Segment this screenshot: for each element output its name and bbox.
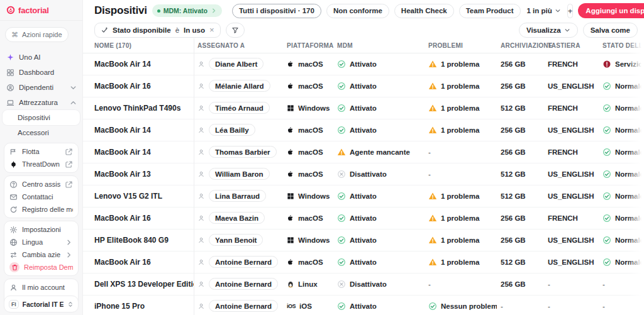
mdm-status-badge[interactable]: MDM: Attivato — [152, 4, 222, 17]
platform-label: Linux — [298, 280, 318, 288]
sidebar-item-centro-assistenza[interactable]: Centro assistenza — [4, 178, 78, 191]
devices-table: NOME (170)ASSEGNATO APIATTAFORMAMDMPROBL… — [83, 38, 644, 315]
check-circle-icon — [337, 258, 346, 267]
more-tabs-label: 1 in più — [527, 7, 552, 14]
tab-health-check[interactable]: Health Check — [394, 4, 454, 18]
funnel-icon — [231, 26, 239, 34]
column-header[interactable]: TASTIERA — [544, 38, 599, 53]
filter-field: Stato disponibile — [113, 26, 171, 34]
column-header[interactable]: PIATTAFORMA — [283, 38, 333, 53]
table-row[interactable]: MacBook Air 14 Léa Bailly macOS Attivato… — [83, 119, 644, 141]
filter-button[interactable] — [226, 23, 245, 38]
sidebar-item-uno-ai[interactable]: Uno AI — [0, 50, 82, 65]
column-header[interactable]: STATO DELLA BATTERIA — [599, 38, 644, 53]
assignee-pill[interactable]: Thomas Barbier — [209, 146, 277, 158]
sidebar-item-impostazioni[interactable]: Impostazioni — [4, 223, 78, 236]
sidebar-item-lingua[interactable]: Lingua — [4, 236, 78, 248]
person-icon — [197, 192, 205, 200]
add-tab-button[interactable]: + — [567, 4, 574, 18]
sidebar-item-dashboard[interactable]: Dashboard — [0, 65, 82, 80]
add-device-button[interactable]: Aggiungi un dispositivo — [578, 3, 644, 18]
sidebar-item-reimposta-demo[interactable]: Reimposta Demo — [4, 261, 78, 274]
table-row[interactable]: MacBook Air 16 Maeva Bazin macOS Attivat… — [83, 207, 644, 229]
tab-team-product[interactable]: Team Product — [459, 4, 521, 18]
assignee-pill[interactable]: Lina Barraud — [209, 190, 266, 202]
tab-non-conforme[interactable]: Non conforme — [326, 4, 389, 18]
mdm-badge-label: MDM: Attivato — [164, 7, 208, 14]
sidebar-item-dispositivi[interactable]: Dispositivi — [3, 110, 80, 125]
assignee-pill[interactable]: Antoine Bernard — [209, 278, 278, 290]
check-circle-icon — [602, 126, 611, 135]
column-header[interactable]: ASSEGNATO A — [194, 38, 283, 53]
storage: - — [497, 295, 544, 315]
sidebar-item-label: ThreatDown — [22, 160, 60, 168]
keyboard-layout: US_ENGLISH — [544, 229, 599, 251]
table-row[interactable]: Dell XPS 13 Developer Edition Antoine Be… — [83, 273, 644, 295]
table-row[interactable]: Lenovo V15 G2 ITL Lina Barraud Windows A… — [83, 185, 644, 207]
check-circle-icon — [602, 82, 611, 91]
battery-status: Normale — [615, 148, 644, 156]
app-root: factorial ⌘ Azioni rapide Uno AI Dashboa… — [0, 0, 644, 315]
sidebar-item-registro-modifiche[interactable]: Registro delle modifiche — [4, 203, 78, 216]
quick-actions-button[interactable]: ⌘ Azioni rapide — [5, 27, 69, 42]
column-header[interactable]: MDM — [333, 38, 425, 53]
device-name: iPhone 15 Pro — [83, 295, 194, 315]
sidebar-item-accessori[interactable]: Accessori — [0, 125, 82, 140]
check-circle-icon — [337, 104, 346, 113]
sidebar-item-dipendenti[interactable]: Dipendenti — [0, 80, 82, 95]
sidebar-item-label: Dipendenti — [19, 84, 65, 91]
threatdown-icon — [9, 160, 18, 169]
check-circle-icon — [602, 236, 611, 245]
refresh-icon — [9, 206, 18, 214]
column-header[interactable]: NOME (170) — [83, 38, 194, 53]
table-row[interactable]: MacBook Air 14 Diane Albert macOS Attiva… — [83, 53, 644, 75]
assignee-pill[interactable]: Léa Bailly — [209, 124, 255, 136]
warn-triangle-icon — [428, 126, 437, 135]
assignee-pill[interactable]: William Baron — [209, 168, 270, 180]
assignee-pill[interactable]: Maeva Bazin — [209, 212, 265, 224]
battery-status: Normale — [615, 126, 644, 134]
sidebar-item-flotta[interactable]: Flotta — [4, 145, 78, 158]
more-tabs-button[interactable]: 1 in più — [526, 7, 562, 14]
assignee-pill[interactable]: Antoine Bernard — [209, 256, 278, 268]
command-icon: ⌘ — [11, 31, 18, 39]
check-circle-icon — [337, 302, 346, 311]
assignee-pill[interactable]: Timéo Arnaud — [209, 102, 270, 114]
sidebar-item-contattaci[interactable]: Contattaci — [4, 191, 78, 203]
platform-label: macOS — [298, 148, 323, 156]
sidebar-item-label: Uno AI — [19, 53, 77, 61]
save-view-button[interactable]: Salva come — [583, 23, 638, 38]
table-row[interactable]: Lenovo ThinkPad T490s Timéo Arnaud Windo… — [83, 97, 644, 119]
warn-triangle-icon — [428, 214, 437, 223]
tab-tutti-i-dispositivi-170[interactable]: Tutti i dispositivi · 170 — [232, 4, 321, 18]
view-options-button[interactable]: Visualizza — [519, 23, 578, 38]
sidebar-item-label: Lingua — [22, 238, 60, 246]
column-header[interactable]: PROBLEMI — [425, 38, 497, 53]
assignee-pill[interactable]: Antoine Bernard — [209, 300, 278, 312]
table-row[interactable]: MacBook Air 14 Thomas Barbier macOS Agen… — [83, 141, 644, 163]
column-header[interactable]: ARCHIVIAZIONE — [497, 38, 544, 53]
assignee-pill[interactable]: Diane Albert — [209, 58, 264, 70]
remove-filter-icon[interactable]: × — [209, 26, 214, 34]
sidebar-item-attrezzatura[interactable]: Attrezzatura — [0, 95, 82, 110]
table-row[interactable]: iPhone 15 Pro Antoine Bernard iOSiOS Att… — [83, 295, 644, 315]
table-row[interactable]: MacBook Air 16 Antoine Bernard macOS Att… — [83, 251, 644, 273]
table-row[interactable]: MacBook Air 13 William Baron macOS Disat… — [83, 163, 644, 185]
company-switcher[interactable]: FI Factorial IT ES — [4, 296, 79, 312]
assignee-pill[interactable]: Mélanie Allard — [209, 80, 270, 92]
sidebar-item-threatdown[interactable]: ThreatDown — [4, 158, 78, 170]
storage: 256 GB — [497, 141, 544, 163]
sidebar-item-il-mio-account[interactable]: Il mio account — [4, 281, 78, 294]
user-icon — [9, 284, 18, 292]
filter-chip[interactable]: Stato disponibile è In uso × — [94, 23, 221, 38]
devices-table-wrap: NOME (170)ASSEGNATO APIATTAFORMAMDMPROBL… — [83, 38, 644, 315]
sidebar-cards: Flotta ThreatDown Centro assistenza Cont… — [0, 143, 82, 309]
logo[interactable]: factorial — [0, 0, 82, 21]
problems-label: - — [428, 148, 431, 156]
table-row[interactable]: MacBook Air 16 Mélanie Allard macOS Atti… — [83, 75, 644, 97]
table-row[interactable]: HP EliteBook 840 G9 Yann Benoit Windows … — [83, 229, 644, 251]
storage: 256 GB — [497, 229, 544, 251]
check-circle-icon — [337, 60, 346, 69]
assignee-pill[interactable]: Yann Benoit — [209, 234, 263, 246]
sidebar-item-cambia-azienda[interactable]: Cambia azienda — [4, 248, 78, 261]
